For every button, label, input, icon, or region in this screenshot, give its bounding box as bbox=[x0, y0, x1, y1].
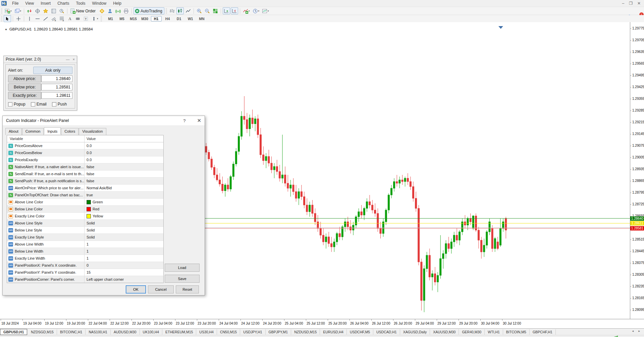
autotrading-button[interactable]: AutoTrading bbox=[133, 7, 164, 14]
load-button[interactable]: Load bbox=[165, 264, 200, 272]
tab-scroll-arrows[interactable]: ◂ ▸ bbox=[632, 329, 642, 333]
arrows-dropdown-icon[interactable]: ▾ bbox=[97, 17, 98, 20]
timeframe-m1-button[interactable]: M1 bbox=[105, 16, 116, 21]
profiles-button[interactable]: ▾ bbox=[13, 7, 22, 14]
input-value-cell[interactable]: Solid bbox=[85, 235, 163, 239]
dialog-tab-colors[interactable]: Colors bbox=[61, 128, 78, 135]
input-row[interactable]: Above Line ColorGreen bbox=[7, 199, 163, 206]
chart-tab-ger40-m30[interactable]: GER40,M30 bbox=[459, 329, 485, 335]
zoom-out-button[interactable] bbox=[204, 7, 211, 14]
chart-tab-us30-h4[interactable]: US30,H4 bbox=[196, 329, 217, 335]
chart-tab-usdchf-m5[interactable]: USDCHF,M5 bbox=[347, 329, 373, 335]
terminal-button[interactable] bbox=[50, 7, 57, 14]
vline-button[interactable] bbox=[26, 15, 33, 22]
chart-tab-eurusd-h4[interactable]: EURUSD,H4 bbox=[320, 329, 347, 335]
dialog-tab-visualization[interactable]: Visualization bbox=[79, 128, 106, 135]
market-watch-button[interactable] bbox=[26, 7, 33, 14]
column-header-value[interactable]: Value bbox=[85, 137, 163, 141]
timeframe-mn-button[interactable]: MN bbox=[197, 16, 207, 21]
chart-tab-gbpusd-h1[interactable]: GBPUSD,H1 bbox=[0, 329, 27, 335]
dialog-tab-about[interactable]: About bbox=[5, 128, 22, 135]
email-checkbox[interactable]: Email bbox=[31, 102, 47, 107]
input-row[interactable]: 123PanelPositionCorner: Panel's corner.L… bbox=[7, 276, 163, 283]
chart-tab-xagusd-daily[interactable]: XAGUSD,Daily bbox=[400, 329, 430, 335]
input-value-cell[interactable]: 1 bbox=[85, 242, 163, 246]
menu-charts[interactable]: Charts bbox=[54, 0, 72, 6]
below-price-button[interactable]: Below price: bbox=[8, 83, 41, 91]
data-window-button[interactable] bbox=[34, 7, 41, 14]
timeframe-h1-button[interactable]: H1 bbox=[151, 16, 162, 21]
cursor-button[interactable] bbox=[4, 15, 11, 22]
input-value-cell[interactable]: Left upper chart corner bbox=[85, 277, 163, 281]
dialog-tab-common[interactable]: Common bbox=[22, 128, 44, 135]
chart-tab-audusd-m30[interactable]: AUDUSD,M30 bbox=[111, 329, 140, 335]
input-row[interactable]: ½PriceGoesAbove0.0 bbox=[7, 142, 163, 149]
periods-dropdown-icon[interactable]: ▾ bbox=[258, 10, 260, 12]
chart-shift-button[interactable] bbox=[231, 7, 238, 14]
menu-insert[interactable]: Insert bbox=[37, 0, 54, 6]
metaeditor-button[interactable] bbox=[98, 7, 106, 14]
timeframe-m30-button[interactable]: M30 bbox=[140, 16, 150, 21]
price-alert-close-button[interactable]: × bbox=[73, 57, 75, 61]
input-value-cell[interactable]: Solid bbox=[85, 221, 163, 225]
push-checkbox-box[interactable] bbox=[52, 102, 56, 107]
community-button[interactable] bbox=[106, 7, 114, 14]
chart-tab-gbpchf-h1[interactable]: GBPCHF,H1 bbox=[530, 329, 556, 335]
strategy-tester-button[interactable] bbox=[58, 7, 65, 14]
save-button[interactable]: Save bbox=[165, 275, 200, 283]
text-button[interactable]: A bbox=[66, 15, 73, 22]
input-row[interactable]: 123Exactly Line Width1 bbox=[7, 255, 163, 262]
input-value-cell[interactable]: 0 bbox=[85, 263, 163, 267]
new-chart-button[interactable]: ▾ bbox=[4, 7, 13, 14]
navigator-button[interactable] bbox=[42, 7, 49, 14]
popup-checkbox[interactable]: Popup bbox=[8, 102, 25, 107]
ok-button[interactable]: OK bbox=[126, 285, 146, 293]
trendline-button[interactable] bbox=[42, 15, 49, 22]
input-row[interactable]: 123Below Line StyleSolid bbox=[7, 227, 163, 234]
chart-tab-bitcoin-m5[interactable]: BITCOIN,M5 bbox=[503, 329, 530, 335]
chart-tab-nzdsgd-m15[interactable]: NZDSGD,M15 bbox=[28, 329, 57, 335]
input-value-cell[interactable]: Yellow bbox=[85, 214, 163, 218]
shape-button[interactable] bbox=[74, 15, 82, 22]
chart-tab-cn50-m15[interactable]: CN50,M15 bbox=[217, 329, 240, 335]
templates-dropdown-icon[interactable]: ▾ bbox=[268, 10, 269, 12]
below-price-input[interactable]: 1.28581 bbox=[41, 84, 72, 90]
above-price-button[interactable]: Above price: bbox=[8, 75, 41, 82]
arrows-button[interactable]: ▾ bbox=[90, 15, 99, 22]
alert-on-button[interactable]: Ask only bbox=[33, 67, 72, 74]
auto-scroll-button[interactable] bbox=[223, 7, 230, 14]
input-value-cell[interactable]: false bbox=[85, 172, 163, 176]
exactly-price-button[interactable]: Exactly price: bbox=[8, 92, 41, 99]
timeframe-m15-button[interactable]: M15 bbox=[128, 16, 139, 21]
menu-view[interactable]: View bbox=[22, 0, 37, 6]
input-value-cell[interactable]: 0.0 bbox=[85, 151, 163, 155]
input-value-cell[interactable]: Normal Ask/Bid bbox=[85, 186, 163, 190]
profiles-dropdown-icon[interactable]: ▾ bbox=[20, 10, 21, 12]
input-row[interactable]: ∿SendEmail: If true, an e-mail is sent t… bbox=[7, 171, 163, 178]
menu-window[interactable]: Window bbox=[89, 0, 110, 6]
email-checkbox-box[interactable] bbox=[31, 102, 35, 107]
chart-tab-gbpjpy-m1[interactable]: GBPJPY,M1 bbox=[266, 329, 291, 335]
window-close-button[interactable]: ✕ bbox=[637, 1, 641, 6]
menu-tools[interactable]: Tools bbox=[73, 0, 89, 6]
bar-chart-button[interactable] bbox=[168, 7, 176, 14]
chart-dropdown-icon[interactable]: ▼ bbox=[5, 28, 7, 31]
menu-file[interactable]: File bbox=[9, 0, 22, 6]
channel-button[interactable]: E bbox=[50, 15, 57, 22]
label-button[interactable]: T bbox=[82, 15, 90, 22]
timeframe-m5-button[interactable]: M5 bbox=[117, 16, 127, 21]
popup-checkbox-box[interactable] bbox=[8, 102, 12, 107]
menu-help[interactable]: Help bbox=[110, 0, 125, 6]
chart-tab-nzdusd-m15[interactable]: NZDUSD,M15 bbox=[291, 329, 320, 335]
timeframe-w1-button[interactable]: W1 bbox=[185, 16, 196, 21]
chart-tab-xauusd-m30[interactable]: XAUUSD,M30 bbox=[430, 329, 459, 335]
indicators-button[interactable]: ▾ bbox=[242, 7, 251, 14]
zoom-in-button[interactable] bbox=[196, 7, 203, 14]
input-row[interactable]: 123Below Line Width1 bbox=[7, 248, 163, 255]
crosshair-button[interactable] bbox=[15, 15, 22, 22]
chart-tab-wti-h1[interactable]: WTI,H1 bbox=[485, 329, 503, 335]
dialog-help-button[interactable]: ? bbox=[183, 118, 185, 123]
periods-button[interactable]: ▾ bbox=[252, 7, 261, 14]
time-axis[interactable]: 18 Jul 202419 Jul 04:0019 Jul 12:0019 Ju… bbox=[0, 319, 644, 329]
cancel-button[interactable]: Cancel bbox=[148, 285, 174, 293]
